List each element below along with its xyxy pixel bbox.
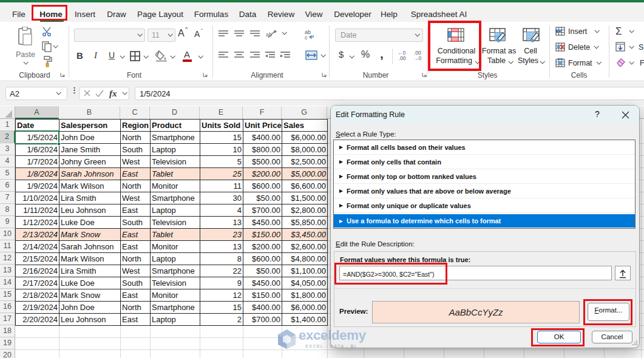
svg-text:ab: ab: [266, 32, 272, 38]
svg-text:→0: →0: [413, 55, 422, 61]
svg-text:.00: .00: [399, 55, 406, 61]
svg-text:c: c: [305, 35, 308, 39]
